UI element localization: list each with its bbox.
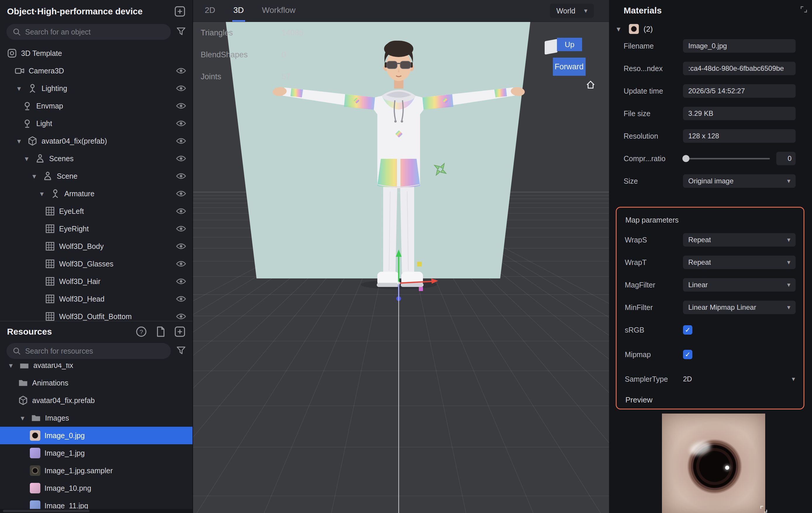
scene-search-input[interactable] (25, 28, 165, 36)
chevron-down-icon[interactable]: ▾ (30, 172, 39, 180)
material-group-header[interactable]: ▾ (2) (617, 24, 795, 34)
folder-icon (18, 378, 28, 388)
scene-item-camera3d[interactable]: Camera3D (0, 62, 193, 80)
viewport-3d[interactable]: Triangles14085BlendShapes0Joints57 Up Fo… (193, 22, 609, 513)
filename-input[interactable] (688, 42, 790, 50)
visibility-eye-icon[interactable] (175, 241, 186, 252)
filter-icon[interactable] (176, 345, 186, 355)
update-time-input[interactable] (688, 87, 790, 95)
scene-item-lighting[interactable]: ▾Lighting (0, 80, 193, 97)
home-icon[interactable] (586, 80, 596, 90)
dropdown-value: 2D (683, 375, 692, 383)
property-row-compr-ratio: Compr...ratio0 (624, 152, 795, 165)
cube-side-face[interactable] (545, 39, 557, 55)
filter-icon[interactable] (176, 26, 186, 36)
mipmap-checkbox[interactable]: ✓ (683, 350, 692, 359)
resources-search-pill[interactable] (6, 343, 171, 359)
res-item-avatar04-fix[interactable]: ▾avatar04_fix (0, 364, 193, 374)
scene-item-3d-template[interactable]: 3D Template (0, 45, 193, 62)
scene-item-avatar04-fix-prefab[interactable]: ▾avatar04_fix(prefab) (0, 132, 193, 150)
scene-item-light[interactable]: Light (0, 115, 193, 132)
visibility-eye-icon[interactable] (175, 276, 186, 287)
scene-item-eyeright[interactable]: EyeRight (0, 220, 193, 237)
scene-search-pill[interactable] (6, 24, 171, 40)
cube-forward-face[interactable]: Forward (553, 58, 586, 76)
visibility-eye-icon[interactable] (175, 258, 186, 269)
reso-ndex-input[interactable] (688, 64, 790, 73)
magfilter-dropdown[interactable]: Linear▾ (683, 278, 795, 292)
add-object-icon[interactable] (174, 6, 185, 17)
chevron-down-icon[interactable]: ▾ (617, 25, 624, 34)
preview-expand-icon[interactable] (759, 505, 768, 513)
scene-item-envmap[interactable]: Envmap (0, 97, 193, 115)
wraps-dropdown[interactable]: Repeat▾ (683, 233, 795, 247)
property-label: sRGB (625, 326, 683, 334)
slider-knob[interactable] (683, 155, 690, 162)
chevron-down-icon[interactable]: ▾ (14, 137, 23, 145)
scene-item-wolf3d-body[interactable]: Wolf3D_Body (0, 237, 193, 255)
samplertype-dropdown[interactable]: 2D▾ (683, 375, 795, 383)
scene-item-scene[interactable]: ▾Scene (0, 167, 193, 185)
file-size-input[interactable] (688, 109, 790, 118)
slider-track[interactable] (683, 158, 770, 160)
scene-item-scenes[interactable]: ▾Scenes (0, 150, 193, 167)
res-item-avatar04-fix-prefab[interactable]: avatar04_fix.prefab (0, 392, 193, 409)
cube-up-face[interactable]: Up (557, 38, 582, 51)
size-dropdown[interactable]: Original image▾ (683, 174, 795, 188)
item-label: Wolf3D_Hair (59, 277, 100, 286)
visibility-eye-icon[interactable] (175, 65, 186, 76)
resolution-input[interactable] (688, 132, 790, 140)
chevron-down-icon[interactable]: ▾ (14, 84, 23, 93)
visibility-eye-icon[interactable] (175, 293, 186, 305)
world-dropdown[interactable]: World ▾ (550, 4, 594, 18)
res-item-image-0-jpg[interactable]: Image_0.jpg (0, 427, 193, 444)
property-label: MinFilter (625, 303, 683, 312)
visibility-eye-icon[interactable] (175, 311, 186, 321)
scene-item-wolf3d-head[interactable]: Wolf3D_Head (0, 290, 193, 308)
visibility-eye-icon[interactable] (175, 206, 186, 217)
visibility-eye-icon[interactable] (175, 118, 186, 129)
chevron-down-icon[interactable]: ▾ (6, 364, 15, 370)
tab-3d[interactable]: 3D (232, 0, 245, 22)
map-parameters-title: Map parameters (626, 216, 795, 224)
minfilter-dropdown[interactable]: Linear Mipmap Linear▾ (683, 301, 795, 314)
visibility-eye-icon[interactable] (175, 188, 186, 199)
scrollbar-thumb[interactable] (3, 510, 89, 512)
visibility-eye-icon[interactable] (175, 153, 186, 164)
res-item-image-10-png[interactable]: Image_10.png (0, 479, 193, 497)
wrapt-dropdown[interactable]: Repeat▾ (683, 256, 795, 269)
srgb-checkbox[interactable]: ✓ (683, 325, 692, 335)
res-item-animations[interactable]: Animations (0, 374, 193, 392)
chevron-down-icon[interactable]: ▾ (18, 414, 27, 422)
res-item-image-1-jpg-sampler[interactable]: Image_1.jpg.sampler (0, 462, 193, 479)
scene-item-wolf3d-outfit-bottom[interactable]: Wolf3D_Outfit_Bottom (0, 308, 193, 321)
map-parameters-box: Map parameters WrapSRepeat▾WrapTRepeat▾M… (616, 207, 804, 409)
tab-2d[interactable]: 2D (204, 0, 216, 22)
scene-item-armature[interactable]: ▾Armature (0, 185, 193, 202)
scene-item-eyeleft[interactable]: EyeLeft (0, 202, 193, 220)
add-resource-icon[interactable] (174, 326, 185, 337)
mesh-icon (45, 206, 55, 216)
chevron-down-icon[interactable]: ▾ (22, 154, 31, 163)
visibility-eye-icon[interactable] (175, 100, 186, 111)
map-parameter-rows: WrapSRepeat▾WrapTRepeat▾MagFilterLinear▾… (625, 233, 795, 395)
res-item-image-11-jpg[interactable]: Image_11.jpg (0, 497, 193, 509)
template-icon (7, 48, 17, 58)
tab-workflow[interactable]: Workflow (261, 0, 297, 22)
viewport-canvas[interactable] (193, 22, 609, 513)
visibility-eye-icon[interactable] (175, 223, 186, 234)
scene-item-wolf3d-hair[interactable]: Wolf3D_Hair (0, 273, 193, 290)
res-item-images[interactable]: ▾Images (0, 409, 193, 427)
horizontal-scrollbar[interactable] (0, 509, 193, 513)
visibility-eye-icon[interactable] (175, 171, 186, 182)
slider-value[interactable]: 0 (776, 152, 795, 165)
import-file-icon[interactable] (155, 326, 166, 337)
help-icon[interactable] (136, 326, 147, 337)
chevron-down-icon[interactable]: ▾ (37, 190, 46, 198)
visibility-eye-icon[interactable] (175, 135, 186, 146)
resources-search-input[interactable] (25, 347, 165, 355)
panel-expand-icon[interactable] (800, 5, 808, 13)
res-item-image-1-jpg[interactable]: Image_1.jpg (0, 444, 193, 462)
scene-item-wolf3d-glasses[interactable]: Wolf3D_Glasses (0, 255, 193, 273)
visibility-eye-icon[interactable] (175, 83, 186, 94)
